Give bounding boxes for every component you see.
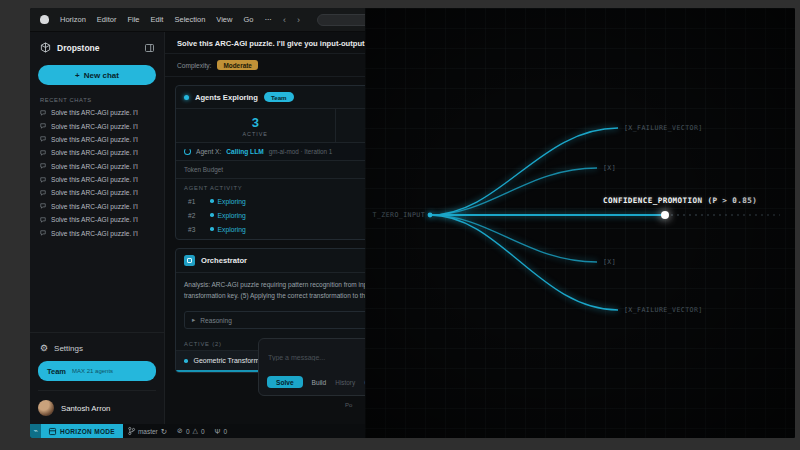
branch-icon [128,427,135,435]
back-icon[interactable]: ‹ [283,15,286,25]
forward-icon[interactable]: › [297,15,300,25]
chat-bubble-icon [40,230,46,236]
plus-icon: + [75,71,80,80]
branch-curves [365,8,795,438]
status-dot-icon [210,227,214,231]
sync-icon: ↻ [161,427,167,436]
chat-bubble-icon [40,136,46,142]
recent-chats-list: Solve this ARC-AGI puzzle. I'l Solve thi… [30,106,164,240]
agent-prefix: Agent X: [196,148,221,155]
new-chat-label: New chat [84,71,119,80]
status-dot-icon [210,199,214,203]
team-button[interactable]: Team MAX 21 agents [38,361,156,381]
chat-bubble-icon [40,190,46,196]
confidence-visualization: T_ZERO_INPUT CONFIDENCE_PROMOTION (P > 0… [365,8,795,438]
list-item[interactable]: Solve this ARC-AGI puzzle. I'l [30,186,164,199]
recent-chats-header: RECENT CHATS [30,89,164,106]
input-node-label: T_ZERO_INPUT [365,211,425,219]
active-count: 3 [176,115,335,130]
solve-button[interactable]: Solve [267,376,303,388]
active-stat: 3 ACTIVE [176,109,335,142]
panel-toggle-icon[interactable] [145,44,154,52]
gear-icon: ⚙ [40,343,48,353]
list-item[interactable]: Solve this ARC-AGI puzzle. I'l [30,213,164,226]
menu-editor[interactable]: Editor [97,15,117,24]
apple-icon [40,15,49,24]
profile-row[interactable]: Santosh Arron [38,390,156,416]
new-chat-button[interactable]: + New chat [38,65,156,85]
team-label: Team [47,367,66,376]
warning-icon: △ [193,427,198,435]
active-label: ACTIVE [176,131,335,137]
error-icon: ⊘ [177,427,183,435]
orchestrator-icon [184,255,195,266]
list-item[interactable]: Solve this ARC-AGI puzzle. I'l [30,106,164,119]
chat-bubble-icon [40,163,46,169]
chat-bubble-icon [40,203,46,209]
sidebar: Dropstone + New chat RECENT CHATS Solve … [30,32,165,424]
agents-card-title: Agents Exploring [195,93,258,102]
x-label-top: [X] [603,164,616,172]
menu-edit[interactable]: Edit [151,15,164,24]
list-item[interactable]: Solve this ARC-AGI puzzle. I'l [30,173,164,186]
layout-icon [49,428,56,435]
history-button[interactable]: History [335,379,355,386]
team-sub-label: MAX 21 agents [72,368,113,374]
profile-name: Santosh Arron [61,404,110,413]
avatar [38,400,54,416]
list-item[interactable]: Solve this ARC-AGI puzzle. I'l [30,226,164,239]
list-item[interactable]: Solve this ARC-AGI puzzle. I'l [30,146,164,159]
cube-icon [40,42,51,53]
app-title: Dropstone [57,43,139,53]
menu-file[interactable]: File [127,15,139,24]
agent-status: Calling LLM [226,148,263,155]
psi-icon: Ψ [215,428,221,435]
menu-more[interactable]: ⋯ [264,15,272,24]
orchestrator-title: Orchestrator [201,256,247,265]
confidence-promotion-label: CONFIDENCE_PROMOTION (P > 0.85) [603,196,757,205]
failure-vector-label-bottom: [X_FAILURE_VECTOR] [624,306,703,314]
chevron-right-icon: ▸ [192,316,195,324]
remote-icon[interactable]: ⌁ [30,424,41,438]
chat-bubble-icon [40,217,46,223]
menu-go[interactable]: Go [243,15,253,24]
problems-indicator[interactable]: ⊘ 0 △ 0 [172,424,210,438]
chat-bubble-icon [40,123,46,129]
pulse-dot-icon [184,95,189,100]
complexity-label: Complexity: [177,62,211,69]
list-item[interactable]: Solve this ARC-AGI puzzle. I'l [30,133,164,146]
git-branch-indicator[interactable]: master ↻ [123,424,172,438]
team-badge: Team [264,92,294,102]
sidebar-footer: ⚙ Settings Team MAX 21 agents Santosh Ar… [30,332,164,424]
menu-selection[interactable]: Selection [174,15,205,24]
composer-buttons: Solve Build History Cla [267,376,374,388]
app-window: Horizon Editor File Edit Selection View … [30,8,795,438]
horizon-mode-indicator[interactable]: HORIZON MODE [41,424,123,438]
sidebar-header: Dropstone [30,32,164,59]
chat-bubble-icon [40,150,46,156]
footer-hint: Po [345,402,352,408]
list-item[interactable]: Solve this ARC-AGI puzzle. I'l [30,200,164,213]
menu-horizon[interactable]: Horizon [60,15,86,24]
spinner-icon [184,148,191,155]
chat-bubble-icon [40,110,46,116]
failure-vector-label-top: [X_FAILURE_VECTOR] [624,124,703,132]
build-button[interactable]: Build [312,379,327,386]
status-dot-icon [210,213,214,217]
status-dot-icon [184,359,188,363]
menu-view[interactable]: View [216,15,232,24]
list-item[interactable]: Solve this ARC-AGI puzzle. I'l [30,119,164,132]
agent-meta: gm-ai-mod · Iteration 1 [269,148,333,155]
complexity-badge: Moderate [217,60,257,70]
list-item[interactable]: Solve this ARC-AGI puzzle. I'l [30,160,164,173]
chat-bubble-icon [40,177,46,183]
sidebar-item-settings[interactable]: ⚙ Settings [38,339,156,361]
promotion-node [661,211,669,219]
extra-indicator[interactable]: Ψ 0 [210,424,232,438]
x-label-bottom: [X] [603,258,616,266]
